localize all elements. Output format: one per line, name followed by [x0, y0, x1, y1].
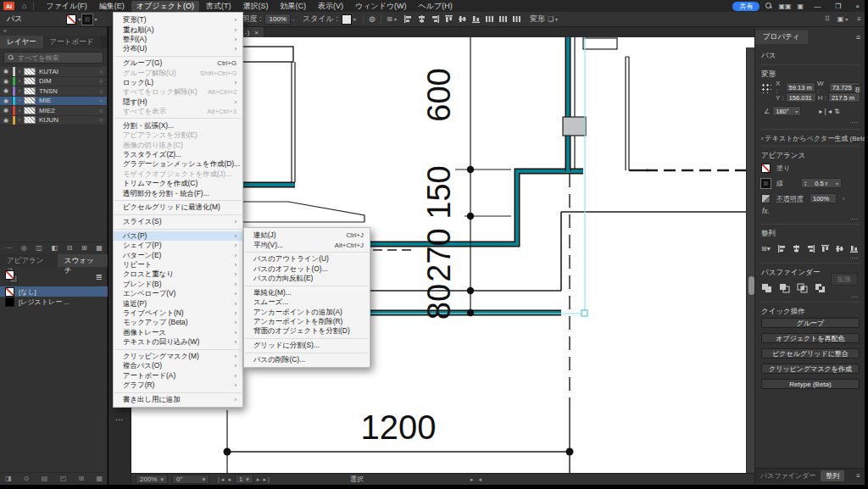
align-right-icon[interactable]: [431, 14, 440, 24]
rotation-dropdown[interactable]: 0°▾: [172, 475, 209, 484]
delete-layer-icon[interactable]: ▦: [96, 244, 103, 252]
opacity-input[interactable]: 100%: [264, 14, 290, 25]
panel-menu-icon[interactable]: ≡: [857, 15, 861, 23]
object-menu-item-41[interactable]: グラフ(R)›: [114, 381, 242, 390]
menubar-item[interactable]: ヘルプ(H): [414, 1, 458, 12]
tab-align[interactable]: 整列: [821, 470, 844, 481]
object-menu-item-12[interactable]: 分割・拡張(X)...: [114, 121, 242, 131]
more-panels-icon[interactable]: ⋯: [115, 415, 123, 424]
target-circle-icon[interactable]: ○: [95, 117, 107, 123]
visibility-eye-icon[interactable]: ◉: [0, 97, 12, 104]
artboard-number-dropdown[interactable]: 1▾: [235, 475, 253, 484]
align-top-icon[interactable]: [821, 241, 830, 256]
layer-row-KUTAI[interactable]: ◉›KUTAI○: [0, 67, 107, 77]
minus-front-icon[interactable]: [779, 280, 790, 295]
visibility-eye-icon[interactable]: ◉: [0, 78, 12, 85]
object-menu-item-27[interactable]: パターン(E)›: [114, 250, 242, 259]
intersect-icon[interactable]: [797, 280, 808, 295]
menubar-item[interactable]: 表示(V): [313, 1, 348, 12]
delete-swatch-icon[interactable]: ▦: [96, 475, 103, 482]
object-menu-item-38[interactable]: クリッピングマスク(M)›: [114, 352, 242, 361]
swatch-row-none[interactable]: [なし]: [0, 286, 108, 297]
restore-button[interactable]: ❐: [831, 3, 845, 10]
stroke-swatch[interactable]: [82, 14, 92, 25]
object-menu-item-31[interactable]: エンベロープ(V)›: [114, 289, 242, 298]
object-menu-item-32[interactable]: 遠近(P)›: [114, 298, 242, 308]
object-menu-item-16[interactable]: グラデーションメッシュを作成(D)...: [114, 159, 242, 169]
home-icon[interactable]: ⌂: [22, 2, 26, 10]
path-submenu-item-11[interactable]: 背面のオブジェクトを分割(D): [244, 326, 370, 336]
path-submenu-item-7[interactable]: 単純化(M)...: [244, 288, 370, 297]
target-circle-icon[interactable]: ○: [95, 97, 107, 103]
distribute-icon[interactable]: [485, 14, 494, 24]
layer-row-MIE[interactable]: ◉›MIE○: [0, 97, 107, 107]
swatch-theme-icon[interactable]: ⊙: [24, 475, 30, 482]
search-icon[interactable]: [765, 3, 772, 9]
list-view-icon[interactable]: ≣: [96, 272, 103, 281]
fill-swatch[interactable]: [66, 14, 76, 25]
object-menu-item-9[interactable]: 隠す(H)›: [114, 97, 242, 107]
quick-action-button-1[interactable]: オブジェクトを再配色: [761, 333, 860, 343]
object-menu-item-15[interactable]: ラスタライズ(Z)...: [114, 150, 242, 159]
object-menu-item-33[interactable]: ライブペイント(N)›: [114, 308, 242, 318]
distribute-icon[interactable]: [512, 14, 521, 24]
unite-icon[interactable]: [761, 280, 772, 295]
align-right-icon[interactable]: [806, 241, 815, 256]
object-menu-item-5[interactable]: グループ(G)Ctrl+G: [114, 58, 242, 68]
tab-スウォッチ[interactable]: スウォッチ: [58, 254, 108, 267]
layer-row-DIM[interactable]: ◉›DIM○: [0, 77, 107, 87]
layers-search-input[interactable]: すべてを検索: [3, 52, 103, 64]
doc-setup-icon[interactable]: ▣▾: [837, 15, 850, 23]
chevron-down-icon[interactable]: ▾: [78, 16, 81, 22]
object-menu-item-7[interactable]: ロック(L)›: [114, 78, 242, 87]
layer-row-KIJUN[interactable]: ◉›KIJUN○: [0, 116, 107, 126]
stroke-width-stepper[interactable]: ▴▾ 0.5 r ▾: [801, 178, 842, 188]
flip-vertical-icon[interactable]: ⇅: [834, 108, 840, 115]
object-menu-item-39[interactable]: 複合パス(O)›: [114, 361, 242, 370]
tab-アートボード[interactable]: アートボード: [43, 36, 101, 48]
menubar-item[interactable]: 書式(T): [201, 1, 236, 12]
chevron-down-icon[interactable]: ▾: [353, 16, 356, 22]
object-menu-item-28[interactable]: リピート›: [114, 260, 242, 270]
locate-object-icon[interactable]: ◎: [21, 244, 27, 252]
fx-button[interactable]: fx.: [762, 207, 868, 215]
more-options-icon[interactable]: ⋯: [5, 244, 12, 252]
object-menu-item-19[interactable]: 透明部分を分割・統合(F)...: [114, 188, 242, 197]
quick-action-button-0[interactable]: グループ: [761, 318, 860, 328]
hscroll-arrows[interactable]: ▸◂: [470, 476, 487, 483]
align-bottom-icon[interactable]: [471, 14, 481, 24]
collapse-dock-icon[interactable]: «: [3, 28, 7, 35]
expand-chevron-icon[interactable]: ›: [15, 97, 24, 103]
menubar-item[interactable]: ウィンドウ(W): [350, 1, 412, 12]
stroke-swatch[interactable]: [761, 179, 771, 188]
workspace-icon[interactable]: ▣: [798, 3, 804, 10]
expand-chevron-icon[interactable]: ›: [15, 108, 24, 114]
tab-アピアランス[interactable]: アピアランス: [0, 254, 58, 267]
path-submenu-item-3[interactable]: パスのアウトライン(U): [244, 254, 370, 264]
expand-chevron-icon[interactable]: ›: [15, 88, 24, 94]
object-menu-item-1[interactable]: 重ね順(A)›: [114, 25, 242, 34]
align-vcenter-icon[interactable]: [458, 14, 467, 24]
layer-row-TNSN[interactable]: ◉›TNSN○: [0, 86, 107, 97]
transform-panel-icon[interactable]: ❏▾: [548, 15, 559, 23]
vertical-scrollbar[interactable]: [746, 47, 754, 473]
object-menu-item-30[interactable]: ブレンド(B)›: [114, 280, 242, 289]
select-similar-icon[interactable]: ⊞▾: [387, 15, 398, 23]
path-submenu-item-0[interactable]: 連結(J)Ctrl+J: [244, 231, 370, 240]
align-left-icon[interactable]: [777, 241, 787, 256]
selection-anchor-handle[interactable]: [581, 310, 587, 316]
more-options-icon[interactable]: ⋯: [851, 119, 858, 126]
swatch-row-registration[interactable]: [レジストレー ...: [0, 297, 108, 307]
menubar-item[interactable]: 編集(E): [94, 1, 130, 12]
expand-chevron-icon[interactable]: ›: [15, 78, 24, 84]
scrollbar-thumb[interactable]: [748, 276, 754, 295]
menubar-item[interactable]: 選択(S): [238, 1, 274, 12]
path-submenu-item-10[interactable]: アンカーポイントを削除(R): [244, 317, 370, 326]
search-layers-icon[interactable]: ◫: [36, 244, 42, 252]
flip-horizontal-icon[interactable]: ▸❘◂: [819, 108, 832, 115]
target-circle-icon[interactable]: ○: [95, 108, 107, 114]
new-swatch-icon[interactable]: ⊞: [78, 475, 84, 482]
new-layer-icon[interactable]: ⊞: [81, 244, 87, 252]
object-menu-item-0[interactable]: 変形(T)›: [114, 15, 242, 25]
exclude-icon[interactable]: [815, 280, 826, 295]
